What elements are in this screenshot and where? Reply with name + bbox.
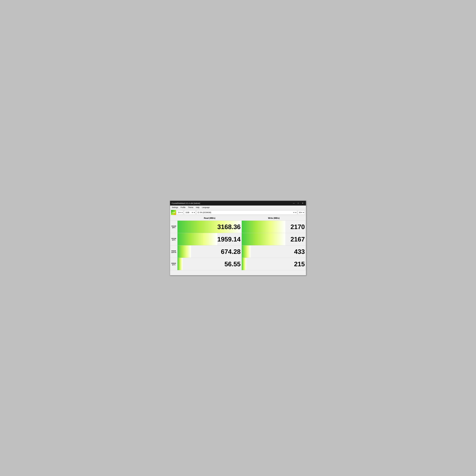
row-label: RND4KQ32T16 xyxy=(170,245,177,258)
table-row: RND4KQ32T16674.28433 xyxy=(170,245,306,258)
toolbar: CDM 3 1 5 ▾ 1GiB 512MiB 2GiB ▾ E: 0% (0/… xyxy=(170,209,306,216)
row-label: RND4KQ1T1 xyxy=(170,258,177,270)
menu-item-profile[interactable]: Profile xyxy=(179,206,187,209)
write-value-cell: 2170 xyxy=(242,221,306,233)
minimize-button[interactable]: — xyxy=(292,202,295,204)
mode-select[interactable]: M xyxy=(299,211,303,214)
logo-button[interactable]: CDM xyxy=(171,210,176,215)
menu-item-theme[interactable]: Theme xyxy=(187,206,195,209)
size-chevron-icon: ▾ xyxy=(194,211,195,213)
table-row: SEQ1MQ1T11959.142167 xyxy=(170,233,306,245)
menu-bar: Settings Profile Theme Help Language xyxy=(170,205,306,209)
bottom-padding xyxy=(170,270,306,275)
menu-item-help[interactable]: Help xyxy=(195,206,201,209)
table-row: SEQ1MQ8T13168.362170 xyxy=(170,221,306,233)
write-value: 2170 xyxy=(290,223,305,231)
loops-select[interactable]: 3 1 5 xyxy=(178,211,181,214)
read-value-cell: 56.55 xyxy=(177,258,242,270)
drive-select-wrapper: E: 0% (0/238GiB) ▾ xyxy=(196,210,297,215)
write-col-header: Write (MB/s) xyxy=(242,216,306,220)
row-label: SEQ1MQ1T1 xyxy=(170,233,177,245)
mode-chevron-icon: ▾ xyxy=(303,211,304,213)
close-button[interactable]: ✕ xyxy=(301,202,305,204)
size-select-wrapper: 1GiB 512MiB 2GiB ▾ xyxy=(184,210,196,215)
app-window: CrystalDiskMark 8.0.4 x64 [Admin] — □ ✕ … xyxy=(170,201,306,275)
read-value: 1959.14 xyxy=(217,236,241,243)
write-value-cell: 2167 xyxy=(242,233,306,245)
results-header: Read (MB/s) Write (MB/s) xyxy=(170,216,306,221)
read-value: 56.55 xyxy=(224,260,241,268)
results-table: SEQ1MQ8T13168.362170SEQ1MQ1T11959.142167… xyxy=(170,221,306,270)
write-value: 215 xyxy=(294,260,305,268)
label-col-header xyxy=(170,216,177,220)
loops-chevron-icon: ▾ xyxy=(182,211,183,213)
read-value-cell: 3168.36 xyxy=(177,221,242,233)
read-value: 3168.36 xyxy=(217,223,241,231)
write-value: 2167 xyxy=(290,236,305,243)
menu-item-language[interactable]: Language xyxy=(201,206,211,209)
window-controls: — □ ✕ xyxy=(292,202,305,204)
read-value-cell: 674.28 xyxy=(177,245,242,258)
read-value: 674.28 xyxy=(221,248,241,255)
write-value-cell: 215 xyxy=(242,258,306,270)
menu-item-settings[interactable]: Settings xyxy=(170,206,179,209)
mode-select-wrapper: M ▾ xyxy=(298,210,305,215)
row-label: SEQ1MQ8T1 xyxy=(170,221,177,233)
write-value-cell: 433 xyxy=(242,245,306,258)
size-select[interactable]: 1GiB 512MiB 2GiB xyxy=(185,211,193,214)
drive-chevron-icon: ▾ xyxy=(295,211,296,213)
window-title: CrystalDiskMark 8.0.4 x64 [Admin] xyxy=(171,202,200,204)
loops-select-wrapper: 3 1 5 ▾ xyxy=(177,210,183,215)
maximize-button[interactable]: □ xyxy=(296,202,300,204)
drive-select[interactable]: E: 0% (0/238GiB) xyxy=(197,211,295,214)
write-value: 433 xyxy=(294,248,305,255)
title-bar: CrystalDiskMark 8.0.4 x64 [Admin] — □ ✕ xyxy=(170,201,306,205)
read-value-cell: 1959.14 xyxy=(177,233,242,245)
table-row: RND4KQ1T156.55215 xyxy=(170,258,306,270)
read-col-header: Read (MB/s) xyxy=(177,216,242,220)
